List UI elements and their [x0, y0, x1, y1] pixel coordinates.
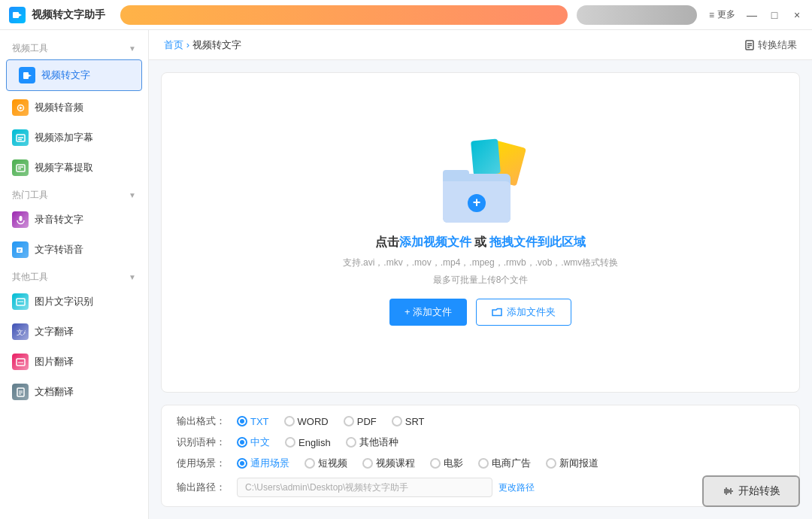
format-txt-radio[interactable]: [237, 416, 247, 426]
change-path-button[interactable]: 更改路径: [498, 481, 535, 494]
upload-title: 点击添加视频文件 或 拖拽文件到此区域: [375, 235, 586, 250]
svg-marker-3: [29, 74, 32, 77]
sidebar-item-text-translate[interactable]: 文A 文字翻译: [0, 317, 148, 347]
output-format-row: 输出格式： TXT WORD PDF: [177, 414, 784, 428]
sidebar-item-image-text-recognize[interactable]: 图片文字识别: [0, 287, 148, 317]
minimize-button[interactable]: —: [746, 9, 758, 21]
scene-short-label: 短视频: [318, 457, 347, 470]
recognize-lang-row: 识别语种： 中文 English 其他语种: [177, 436, 784, 449]
output-format-group: TXT WORD PDF SRT: [237, 416, 425, 427]
lang-en-label: English: [298, 437, 331, 448]
sidebar-item-text-to-audio-label: 文字转语音: [35, 243, 83, 256]
scene-group: 通用场景 短视频 视频课程 电影: [237, 457, 598, 470]
sidebar-item-image-translate[interactable]: 图片翻译: [0, 347, 148, 377]
scene-news-radio[interactable]: [546, 458, 556, 469]
sidebar-item-audio-to-text-label: 录音转文字: [35, 213, 83, 226]
sidebar-item-video-add-subtitle[interactable]: 视频添加字幕: [0, 123, 148, 153]
breadcrumb-bar: 首页 › 视频转文字 转换结果: [149, 30, 812, 60]
sidebar-item-text-translate-label: 文字翻译: [35, 325, 74, 338]
breadcrumb-home[interactable]: 首页: [164, 39, 183, 50]
scene-short[interactable]: 短视频: [304, 457, 347, 470]
upload-panel[interactable]: + 点击添加视频文件 或 拖拽文件到此区域 支持.avi，.mkv，.mov，.…: [161, 72, 800, 393]
start-convert-button[interactable]: 开始转换: [702, 475, 800, 507]
format-word[interactable]: WORD: [284, 416, 329, 427]
scene-short-radio[interactable]: [304, 458, 315, 469]
svg-marker-1: [19, 14, 22, 17]
scene-general[interactable]: 通用场景: [237, 457, 289, 470]
folder-icon: [492, 307, 502, 317]
format-srt[interactable]: SRT: [392, 416, 425, 427]
upload-formats: 支持.avi，.mkv，.mov，.mp4，.mpeg，.rmvb，.vob，.…: [343, 256, 619, 269]
start-convert-area: 开始转换: [702, 475, 800, 507]
svg-text:文A: 文A: [17, 329, 26, 336]
promo-banner-1[interactable]: [120, 5, 568, 25]
format-srt-radio[interactable]: [392, 416, 402, 426]
recognize-lang-group: 中文 English 其他语种: [237, 436, 398, 449]
scene-course-radio[interactable]: [362, 458, 373, 469]
add-folder-button[interactable]: 添加文件夹: [476, 299, 571, 326]
scene-ecommerce-radio[interactable]: [478, 458, 489, 469]
document-icon: [744, 40, 755, 50]
lang-zh[interactable]: 中文: [237, 436, 270, 449]
svg-rect-9: [17, 165, 25, 171]
titlebar: 视频转文字助手 ≡ 更多 — □ ×: [0, 0, 812, 30]
sidebar-item-image-translate-label: 图片翻译: [35, 355, 74, 369]
scene-ecommerce[interactable]: 电商广告: [478, 457, 531, 470]
sidebar-item-video-subtitle-extract[interactable]: 视频字幕提取: [0, 153, 148, 183]
sidebar-item-audio-to-text[interactable]: 录音转文字: [0, 205, 148, 235]
app-logo: [9, 7, 26, 23]
sidebar-item-doc-translate-label: 文档翻译: [35, 385, 74, 399]
sidebar-section-video: 视频工具 ▼: [0, 36, 148, 58]
sidebar-section-other: 其他工具 ▼: [0, 265, 148, 287]
lang-zh-label: 中文: [250, 436, 270, 449]
scene-movie[interactable]: 电影: [430, 457, 463, 470]
sidebar-item-doc-translate[interactable]: 文档翻译: [0, 377, 148, 407]
format-srt-label: SRT: [405, 416, 425, 427]
paper-card-teal: [471, 138, 501, 175]
format-pdf-radio[interactable]: [344, 416, 354, 426]
upload-limit: 最多可批量上传8个文件: [433, 274, 529, 287]
output-path-input[interactable]: [237, 478, 492, 497]
scene-movie-radio[interactable]: [430, 458, 441, 469]
add-file-button[interactable]: + 添加文件: [389, 299, 467, 326]
format-txt[interactable]: TXT: [237, 416, 269, 427]
convert-result-button[interactable]: 转换结果: [744, 38, 797, 52]
lang-en-radio[interactable]: [285, 437, 295, 448]
format-pdf[interactable]: PDF: [344, 416, 377, 427]
svg-marker-5: [20, 106, 23, 109]
upload-buttons: + 添加文件 添加文件夹: [389, 299, 571, 326]
sidebar-section-video-arrow: ▼: [129, 44, 136, 53]
sidebar-item-image-text-recognize-label: 图片文字识别: [35, 295, 93, 308]
folder-tab: [443, 170, 469, 179]
output-path-row: 输出路径： 更改路径: [177, 478, 784, 497]
sidebar-section-hot-label: 热门工具: [12, 189, 48, 202]
sidebar-item-video-to-audio[interactable]: 视频转音频: [0, 93, 148, 123]
more-label: 更多: [717, 8, 735, 21]
svg-rect-2: [23, 72, 29, 79]
sidebar-item-video-to-text[interactable]: 视频转文字: [6, 59, 142, 91]
sidebar-section-hot-arrow: ▼: [129, 191, 136, 199]
lang-en[interactable]: English: [285, 437, 331, 448]
sidebar: 视频工具 ▼ 视频转文字 视频转音频 视频添加字幕 视频字幕提取: [0, 30, 149, 519]
format-txt-label: TXT: [250, 416, 269, 427]
lang-other-radio[interactable]: [346, 437, 356, 448]
content-area: 首页 › 视频转文字 转换结果 +: [149, 30, 812, 519]
video-to-audio-icon: [12, 99, 29, 116]
more-button[interactable]: ≡ 更多: [709, 8, 735, 21]
promo-banner-2[interactable]: [577, 5, 697, 25]
scene-course[interactable]: 视频课程: [362, 457, 415, 470]
sidebar-section-video-label: 视频工具: [12, 42, 48, 55]
lang-other[interactable]: 其他语种: [346, 436, 398, 449]
close-button[interactable]: ×: [791, 9, 803, 21]
sidebar-item-video-to-audio-label: 视频转音频: [35, 101, 83, 114]
video-to-text-icon: [19, 67, 35, 83]
scene-news[interactable]: 新闻报道: [546, 457, 598, 470]
scene-news-label: 新闻报道: [559, 457, 598, 470]
sidebar-item-text-to-audio[interactable]: 文字转语音: [0, 235, 148, 265]
lang-zh-radio[interactable]: [237, 437, 247, 448]
maximize-button[interactable]: □: [768, 9, 780, 21]
upload-highlight-2: 拖拽文件到此区域: [489, 235, 586, 248]
waveform-icon: [722, 485, 734, 497]
format-word-radio[interactable]: [284, 416, 295, 426]
scene-general-radio[interactable]: [237, 458, 247, 469]
